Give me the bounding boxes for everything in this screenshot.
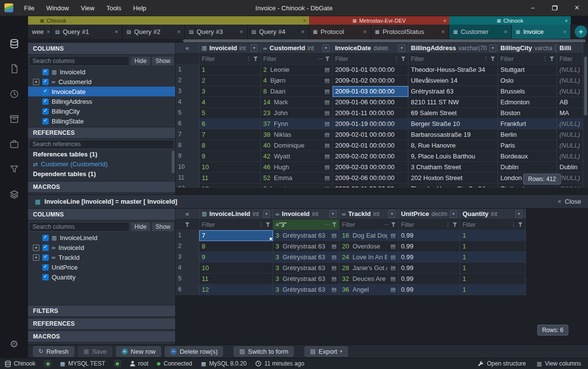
open-reference-icon[interactable]: ▤ bbox=[391, 254, 396, 260]
funnel-icon[interactable] bbox=[518, 222, 523, 227]
menu-window[interactable]: Window bbox=[40, 0, 75, 16]
view-columns-button[interactable]: ▥ View columns bbox=[537, 360, 581, 367]
cell-billingstate[interactable]: MA bbox=[557, 108, 583, 119]
column-item-invoicelineid[interactable]: ▥ InvoiceLineId bbox=[28, 233, 175, 243]
column-item-invoiceid[interactable]: ▥ InvoiceId bbox=[28, 67, 175, 77]
column-item-invoiceid[interactable]: + ∞ InvoiceId bbox=[28, 243, 175, 252]
filter-funnel-icon[interactable] bbox=[9, 164, 20, 175]
column-header-billingaddress[interactable]: BillingAddress varchar(70 ▾ bbox=[408, 43, 498, 53]
horizontal-scrollbar[interactable] bbox=[176, 187, 588, 194]
funnel-icon[interactable] bbox=[332, 222, 337, 227]
checkbox-checked[interactable] bbox=[42, 118, 49, 124]
tab-group-chinook-2[interactable]: ▦ Chinook × bbox=[449, 16, 571, 25]
open-structure-button[interactable]: Open structure bbox=[478, 360, 526, 367]
hide-button[interactable]: Hide bbox=[130, 56, 151, 66]
cell-billingcity[interactable]: Berlin bbox=[498, 129, 557, 140]
cell-billingstate[interactable]: AB bbox=[557, 97, 583, 108]
column-item-customerid[interactable]: + ∞ CustomerId bbox=[28, 77, 175, 87]
column-menu-button[interactable]: ▾ bbox=[329, 210, 337, 218]
cell-billingstate[interactable]: (NULL) bbox=[557, 151, 583, 162]
tab-query-2[interactable]: ▤ Query #2 × bbox=[123, 25, 185, 39]
cell-quantity[interactable]: 1 bbox=[460, 252, 526, 263]
clear-filter-icon[interactable] bbox=[185, 222, 189, 227]
cell-customerid[interactable]: 2Leonie▤ bbox=[261, 184, 333, 187]
filter-billingcity[interactable]: Filter ⋮ bbox=[498, 54, 557, 64]
cell-invoicedate[interactable]: 2009-01-11 00:00:00 bbox=[333, 108, 408, 119]
funnel-icon[interactable] bbox=[266, 222, 270, 227]
filter-browse-icon[interactable]: ⋯ bbox=[325, 221, 330, 228]
close-tab-icon[interactable]: × bbox=[177, 29, 181, 35]
delete-rows-button[interactable]: Delete row(s) bbox=[165, 346, 223, 357]
expand-icon[interactable]: + bbox=[33, 245, 39, 251]
cell-billingaddress[interactable]: 3 Chatham Street bbox=[408, 162, 498, 173]
plugins-briefcase-icon[interactable] bbox=[9, 139, 20, 150]
cell-billingaddress[interactable]: Berger Straße 10 bbox=[408, 119, 498, 129]
column-menu-button[interactable]: ▾ bbox=[388, 210, 396, 218]
cell-billingcity[interactable]: Brussels bbox=[498, 86, 557, 97]
cell-billingcity[interactable]: Paris bbox=[498, 140, 557, 151]
filter-menu-icon[interactable]: ⋮ bbox=[511, 221, 516, 228]
checkbox-checked[interactable] bbox=[42, 69, 49, 75]
expand-icon[interactable]: + bbox=[33, 254, 39, 261]
tab-wee[interactable]: wee × bbox=[28, 25, 51, 39]
show-button[interactable]: Show bbox=[152, 56, 174, 66]
cell-invoiceid[interactable]: 8 bbox=[199, 140, 261, 151]
cell-invoicelineid[interactable]: 12 bbox=[199, 284, 273, 295]
close-tab-icon[interactable]: × bbox=[240, 29, 243, 35]
vertical-scrollbar-thumb[interactable] bbox=[584, 57, 587, 116]
close-tab-icon[interactable]: × bbox=[441, 29, 445, 35]
cell-billingstate[interactable]: (NULL) bbox=[557, 140, 583, 151]
tab-group-chinook-1[interactable]: ▦ Chinook × bbox=[28, 16, 309, 25]
cell-invoiceid[interactable]: 3 bbox=[199, 86, 261, 97]
database-connections-icon[interactable] bbox=[9, 38, 20, 49]
cell-quantity[interactable]: 1 bbox=[460, 284, 526, 295]
cell-billingcity[interactable]: Oslo bbox=[498, 75, 557, 86]
column-header-billingstate[interactable]: Billi bbox=[557, 43, 583, 53]
column-item-invoicedate-selected[interactable]: InvoiceDate bbox=[28, 87, 175, 96]
menu-help[interactable]: Help bbox=[127, 0, 153, 16]
cell-customerid[interactable]: 4Bjørn▤ bbox=[261, 75, 333, 86]
open-reference-icon[interactable]: ▤ bbox=[332, 232, 337, 239]
status-last-refresh[interactable]: 11 minutes ago bbox=[255, 360, 304, 367]
open-reference-icon[interactable]: ▤ bbox=[325, 164, 330, 170]
tab-invoice-active[interactable]: ▦ Invoice × bbox=[512, 25, 571, 39]
status-user[interactable]: root bbox=[130, 360, 149, 367]
open-reference-icon[interactable]: ▤ bbox=[391, 232, 396, 239]
cell-invoiceid[interactable]: 2 bbox=[199, 75, 261, 86]
columns-section-header[interactable]: COLUMNS bbox=[28, 209, 175, 220]
open-reference-icon[interactable]: ▤ bbox=[325, 77, 330, 84]
cell-invoicedate[interactable]: 2009-02-11 00:00:00 bbox=[333, 184, 408, 187]
open-reference-icon[interactable]: ▤ bbox=[325, 142, 330, 149]
cell-billingstate[interactable]: (NULL) bbox=[557, 119, 583, 129]
open-reference-icon[interactable]: ▤ bbox=[325, 121, 330, 127]
tab-group-metrostav[interactable]: ▦ Metrostav-Evr-DEV × bbox=[309, 16, 449, 25]
tab-protocol[interactable]: ▦ Protocol × bbox=[309, 25, 371, 39]
tab-query-4[interactable]: ▤ Query #4 × bbox=[248, 25, 309, 39]
vertical-scrollbar[interactable] bbox=[583, 43, 588, 187]
close-group-icon[interactable]: × bbox=[303, 18, 306, 24]
checkbox-checked[interactable] bbox=[42, 89, 49, 95]
filter-invoicelineid[interactable]: Filter ⋮ bbox=[199, 219, 273, 230]
cell-invoiceid[interactable]: 12 bbox=[199, 184, 261, 187]
close-detail-button[interactable]: × Close bbox=[557, 198, 581, 205]
cell-invoicelineid[interactable]: 10 bbox=[199, 263, 273, 274]
cell-trackid[interactable]: 28Janie's Got A Gun▤ bbox=[340, 263, 399, 274]
cell-customerid[interactable]: 52Emma▤ bbox=[261, 173, 333, 184]
refresh-button[interactable]: ↻ Refresh bbox=[33, 346, 74, 357]
close-tab-icon[interactable]: × bbox=[301, 29, 305, 35]
open-reference-icon[interactable]: ▤ bbox=[391, 276, 396, 282]
filter-billingstate[interactable]: Filter bbox=[557, 54, 583, 64]
column-header-unitprice[interactable]: UnitPrice decim ▾ bbox=[399, 209, 460, 219]
column-menu-button[interactable]: ▾ bbox=[489, 44, 496, 52]
cell-invoicedate[interactable]: 2009-01-03 00:00:00 bbox=[333, 86, 408, 97]
cell-invoicelineid[interactable]: 11 bbox=[199, 274, 273, 284]
cell-customerid[interactable]: 42Wyatt▤ bbox=[261, 151, 333, 162]
tab-scrollbar-thumb[interactable] bbox=[183, 39, 586, 42]
cell-billingcity[interactable]: Stuttgart bbox=[498, 64, 557, 75]
checkbox-checked[interactable] bbox=[42, 98, 49, 105]
cell-customerid[interactable]: 37Fynn▤ bbox=[261, 119, 333, 129]
cell-invoiceid[interactable]: 5 bbox=[199, 108, 261, 119]
filter-quantity[interactable]: Filter ⋮ bbox=[460, 219, 526, 230]
checkbox-checked[interactable] bbox=[42, 254, 49, 261]
cell-customerid[interactable]: 23John▤ bbox=[261, 108, 333, 119]
